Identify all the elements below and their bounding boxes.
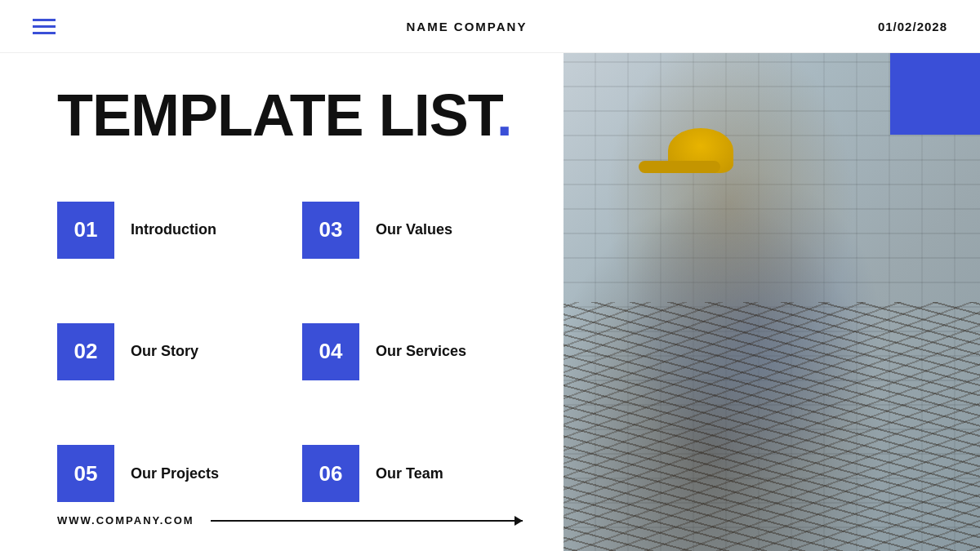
header: NAME COMPANY 01/02/2028: [0, 0, 980, 53]
main-content: TEMPLATE LIST. 01 Introduction 03 Our Va…: [0, 53, 980, 551]
item-label-06: Our Team: [376, 465, 443, 482]
company-name: NAME COMPANY: [407, 20, 528, 33]
list-item: 05 Our Projects: [57, 421, 278, 527]
list-item: 01 Introduction: [57, 177, 278, 282]
left-panel: TEMPLATE LIST. 01 Introduction 03 Our Va…: [0, 53, 564, 551]
helmet-brim: [639, 161, 720, 173]
list-item: 06 Our Team: [302, 421, 523, 527]
item-number-04: 04: [319, 339, 343, 364]
menu-line-3: [33, 32, 56, 34]
page-title: TEMPLATE LIST.: [57, 86, 523, 144]
list-item: 03 Our Values: [302, 177, 523, 282]
item-number-box-04: 04: [302, 323, 359, 380]
item-label-03: Our Values: [376, 221, 452, 238]
item-number-box-03: 03: [302, 202, 359, 259]
rebar-overlay: [564, 302, 980, 551]
item-label-05: Our Projects: [131, 465, 219, 482]
menu-line-1: [33, 19, 56, 21]
item-number-03: 03: [319, 217, 343, 242]
footer: WWW.COMPANY.COM: [57, 514, 523, 527]
header-date: 01/02/2028: [878, 20, 947, 33]
item-number-01: 01: [74, 217, 98, 242]
item-label-01: Introduction: [131, 221, 216, 238]
item-number-05: 05: [74, 461, 98, 487]
item-number-box-02: 02: [57, 323, 114, 380]
item-label-02: Our Story: [131, 343, 198, 360]
list-item: 02 Our Story: [57, 299, 278, 404]
item-number-box-06: 06: [302, 445, 359, 502]
menu-line-2: [33, 25, 56, 28]
item-number-06: 06: [319, 461, 343, 487]
blue-accent-block: [890, 53, 980, 135]
item-label-04: Our Services: [376, 343, 466, 360]
footer-url: WWW.COMPANY.COM: [57, 514, 194, 527]
footer-divider: [211, 520, 523, 522]
item-number-box-01: 01: [57, 202, 114, 259]
title-dot: .: [497, 82, 512, 148]
hamburger-menu[interactable]: [33, 19, 56, 34]
right-image-panel: [564, 53, 980, 551]
list-item: 04 Our Services: [302, 299, 523, 404]
item-number-02: 02: [74, 339, 98, 364]
title-text: TEMPLATE LIST: [57, 82, 497, 148]
template-list: 01 Introduction 03 Our Values 02 Our Sto…: [57, 177, 523, 527]
item-number-box-05: 05: [57, 445, 114, 502]
